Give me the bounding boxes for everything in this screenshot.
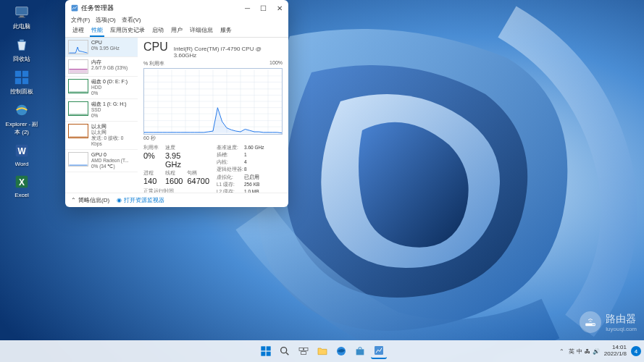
- monitor-icon: ◉: [117, 197, 122, 203]
- tab-app-history[interactable]: 应用历史记录: [109, 26, 146, 37]
- stat-speed: 3.95 GHz: [165, 151, 183, 169]
- less-details-button[interactable]: ⌃简略信息(D): [71, 196, 109, 204]
- watermark: 路由器luyouqi.com: [580, 311, 637, 333]
- ime-status-1[interactable]: 英: [569, 348, 574, 355]
- svg-point-40: [593, 324, 593, 325]
- maximize-button[interactable]: ☐: [260, 4, 267, 12]
- perf-title: CPU: [143, 41, 168, 54]
- svg-rect-43: [266, 346, 270, 350]
- stat-handles: 64700: [187, 177, 209, 185]
- taskview-button[interactable]: [296, 343, 311, 359]
- close-button[interactable]: ✕: [277, 4, 283, 12]
- taskmgr-pinned[interactable]: [371, 343, 387, 359]
- graph-ymax: 100%: [269, 60, 283, 67]
- sidebar-item-cpu[interactable]: CPU0% 3.95 GHz: [65, 38, 138, 57]
- svg-point-41: [594, 324, 595, 325]
- tab-performance[interactable]: 性能: [90, 26, 104, 37]
- stat-threads: 1600: [165, 177, 183, 185]
- desktop-icon-pc[interactable]: 此电脑: [0, 4, 43, 30]
- svg-rect-45: [266, 352, 270, 356]
- ime-status-2[interactable]: 中: [577, 348, 582, 355]
- window-footer: ⌃简略信息(D) ◉打开资源监视器: [65, 193, 288, 207]
- svg-rect-8: [22, 78, 28, 84]
- perf-subtitle: Intel(R) Core(TM) i7-4790 CPU @ 3.60GHz: [174, 46, 283, 59]
- window-title: 任务管理器: [81, 4, 245, 13]
- tab-services[interactable]: 服务: [219, 26, 233, 37]
- desktop-icons: 此电脑 回收站 控制面板 Explorer - 副本 (2) W Word X …: [0, 0, 43, 208]
- app-icon: [71, 4, 78, 12]
- svg-rect-5: [15, 71, 21, 77]
- stat-logical: 8: [244, 167, 283, 174]
- tray-chevron-icon[interactable]: ⌃: [559, 348, 564, 355]
- menu-options[interactable]: 选项(O): [96, 16, 116, 26]
- graph-ylabel: % 利用率: [143, 60, 164, 67]
- svg-rect-52: [356, 349, 364, 355]
- menu-view[interactable]: 查看(V): [122, 16, 141, 26]
- store-button[interactable]: [352, 343, 368, 359]
- perf-sidebar: CPU0% 3.95 GHz 内存2.6/7.9 GB (33%) 磁盘 0 (…: [65, 38, 138, 193]
- search-button[interactable]: [277, 343, 293, 359]
- explorer-button[interactable]: [314, 343, 330, 359]
- tab-details[interactable]: 详细信息: [188, 26, 214, 37]
- clock[interactable]: 14:01 2022/1/8: [604, 345, 627, 358]
- network-icon[interactable]: 🖧: [585, 348, 590, 355]
- svg-text:W: W: [17, 146, 26, 156]
- svg-line-47: [286, 353, 288, 355]
- stat-l1: 256 KB: [244, 182, 283, 189]
- stat-sockets: 1: [244, 152, 283, 159]
- router-icon: [580, 311, 601, 333]
- perf-main: CPU Intel(R) Core(TM) i7-4790 CPU @ 3.60…: [138, 38, 288, 193]
- svg-point-46: [280, 348, 286, 353]
- task-manager-window: 任务管理器 ─ ☐ ✕ 文件(F) 选项(O) 查看(V) 进程 性能 应用历史…: [65, 0, 288, 207]
- desktop-icon-ie[interactable]: Explorer - 副本 (2): [0, 101, 43, 136]
- sidebar-item-gpu[interactable]: GPU 0AMD Radeon (T... 0% (34 ℃): [65, 150, 138, 172]
- stat-utilization: 0%: [143, 151, 161, 160]
- svg-rect-6: [22, 71, 28, 77]
- svg-rect-50: [301, 352, 306, 355]
- svg-rect-3: [18, 17, 25, 17]
- chevron-up-icon: ⌃: [71, 197, 76, 203]
- desktop-icon-recycle[interactable]: 回收站: [0, 36, 43, 63]
- cpu-graph[interactable]: [143, 68, 283, 135]
- tabs: 进程 性能 应用历史记录 启动 用户 详细信息 服务: [65, 26, 288, 38]
- svg-rect-48: [299, 348, 303, 350]
- svg-rect-44: [261, 352, 265, 356]
- stat-virt: 已启用: [244, 174, 283, 182]
- tab-startup[interactable]: 启动: [151, 26, 165, 37]
- menu-file[interactable]: 文件(F): [71, 16, 90, 26]
- sidebar-item-ethernet[interactable]: 以太网以太网 发送: 0 接收: 0 Kbps: [65, 122, 138, 150]
- svg-text:X: X: [19, 177, 25, 188]
- svg-rect-49: [304, 348, 307, 350]
- tab-processes[interactable]: 进程: [71, 26, 85, 37]
- menubar: 文件(F) 选项(O) 查看(V): [65, 16, 288, 26]
- volume-icon[interactable]: 🔊: [593, 348, 600, 355]
- notification-badge[interactable]: 4: [631, 346, 641, 356]
- desktop-icon-word[interactable]: W Word: [0, 142, 43, 167]
- minimize-button[interactable]: ─: [245, 4, 250, 12]
- svg-rect-2: [20, 16, 24, 17]
- titlebar[interactable]: 任务管理器 ─ ☐ ✕: [65, 0, 288, 16]
- edge-button[interactable]: [333, 343, 349, 359]
- taskbar: ⌃ 英 中 🖧 🔊 14:01 2022/1/8 4: [0, 340, 644, 362]
- tab-users[interactable]: 用户: [170, 26, 184, 37]
- svg-rect-4: [20, 40, 24, 42]
- graph-timespan: 60 秒: [143, 135, 283, 142]
- svg-rect-42: [261, 346, 265, 350]
- desktop-icon-control[interactable]: 控制面板: [0, 69, 43, 96]
- svg-rect-7: [15, 78, 21, 84]
- svg-rect-1: [16, 7, 28, 15]
- svg-point-9: [17, 105, 28, 116]
- desktop-icon-excel[interactable]: X Excel: [0, 173, 43, 198]
- sidebar-item-disk0[interactable]: 磁盘 0 (D: E: F:)HDD 0%: [65, 77, 138, 99]
- svg-rect-15: [69, 70, 87, 73]
- resource-monitor-link[interactable]: ◉打开资源监视器: [117, 196, 164, 204]
- stat-cores: 4: [244, 159, 283, 167]
- start-button[interactable]: [258, 343, 274, 359]
- sidebar-item-disk1[interactable]: 磁盘 1 (I: G: H:)SSD 0%: [65, 99, 138, 122]
- sidebar-item-memory[interactable]: 内存2.6/7.9 GB (33%): [65, 57, 138, 77]
- stat-processes: 140: [143, 177, 161, 185]
- stat-base-speed: 3.60 GHz: [244, 145, 283, 152]
